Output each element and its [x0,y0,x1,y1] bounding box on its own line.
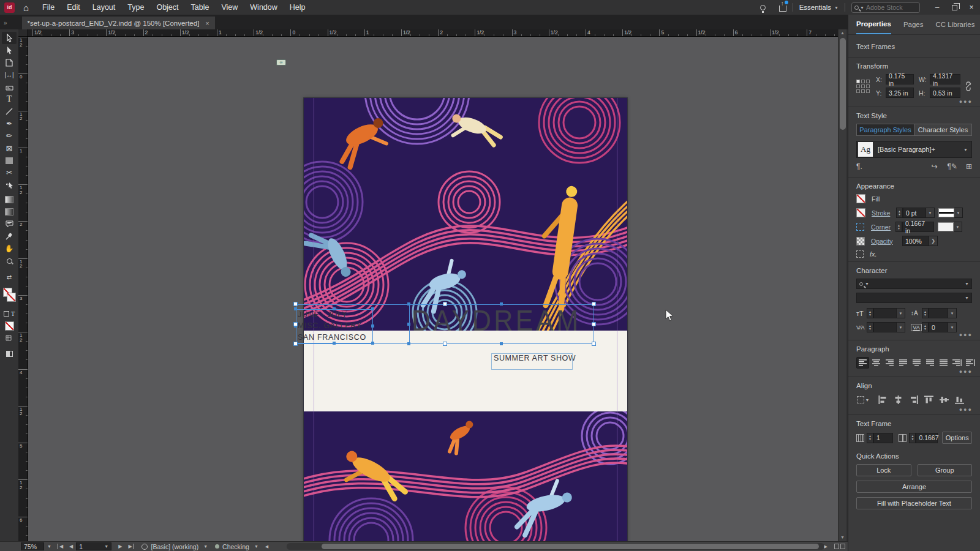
preflight-status[interactable]: Checking [222,543,249,550]
selection-handle[interactable] [371,307,374,310]
scroll-left-icon[interactable]: ◀ [262,544,271,549]
close-tab-icon[interactable]: × [205,20,209,27]
cell-styles-control[interactable] [2,332,17,344]
next-page-button[interactable]: ▶ [115,544,125,549]
align-horizontal-centers-button[interactable] [891,394,905,406]
chevron-down-icon[interactable]: ▼ [954,222,962,232]
menu-window[interactable]: Window [244,0,283,15]
note-tool[interactable] [2,218,17,230]
justify-left-button[interactable] [897,357,910,369]
redefine-style-icon[interactable]: ↪ [931,162,937,171]
chevron-down-icon[interactable]: ▼ [948,322,957,332]
font-style-dropdown[interactable]: ▼ [856,293,972,303]
gutter-input[interactable]: 0.1667 [916,433,938,443]
leading-input[interactable] [929,308,948,318]
align-vertical-centers-button[interactable] [937,394,951,406]
vertical-scrollbar-thumb[interactable] [840,38,846,130]
screen-mode-button[interactable] [2,348,17,360]
previous-page-button[interactable]: ◀ [66,544,76,549]
menu-layout[interactable]: Layout [86,0,122,15]
chevron-down-icon[interactable]: ▼ [203,544,208,549]
lock-button[interactable]: Lock [856,464,911,476]
columns-input[interactable]: 1 [873,433,893,443]
selection-handle[interactable] [407,323,410,326]
more-options-icon[interactable]: ●●● [959,332,973,338]
apply-none-control[interactable] [2,320,17,332]
direct-selection-tool[interactable] [2,44,17,56]
menu-object[interactable]: Object [150,0,184,15]
chevron-down-icon[interactable]: ▼ [897,308,905,318]
corner-link[interactable]: Corner [871,223,895,231]
tracking-input[interactable]: 0 [929,322,948,332]
search-input[interactable] [866,4,909,11]
fill-swatch[interactable] [856,194,865,203]
justify-all-button[interactable] [937,357,950,369]
gradient-swatch-tool[interactable] [2,193,17,206]
opacity-link[interactable]: Opacity [871,238,902,245]
gap-tool[interactable]: |↔| [2,69,17,81]
opacity-expand-icon[interactable]: ❯ [929,236,938,246]
formatting-affects-toggle[interactable]: T [2,307,17,320]
selection-handle[interactable] [500,302,503,305]
selection-handle[interactable] [333,342,336,345]
last-page-button[interactable]: ▶ [125,544,134,549]
more-options-icon[interactable]: ●●● [959,369,973,375]
selection-handle[interactable] [371,324,374,328]
fill-color-control[interactable] [2,284,17,305]
menu-help[interactable]: Help [284,0,312,15]
opacity-input[interactable]: 100% [902,236,929,246]
align-top-edges-button[interactable] [922,394,935,406]
selection-tool[interactable] [2,32,17,44]
columns-stepper[interactable]: ▲▼ [867,433,873,443]
h-input[interactable]: 0.53 in [930,88,960,98]
page-tool[interactable] [2,56,17,69]
indesign-logo-icon[interactable]: Id [4,2,15,13]
selection-handle[interactable] [592,322,596,326]
justify-right-button[interactable] [924,357,937,369]
selection-handle[interactable] [371,342,374,345]
edit-style-icon[interactable]: ¶✎ [947,162,957,171]
share-icon[interactable] [779,6,786,12]
chevron-down-icon[interactable]: ▼ [948,308,957,318]
free-transform-tool[interactable] [2,179,17,191]
corner-size-input[interactable]: 0.1667 in [902,222,934,232]
text-frame-headline[interactable] [409,304,594,344]
tab-pages[interactable]: Pages [903,15,924,34]
scroll-up-icon[interactable]: ▲ [839,29,846,37]
restore-button[interactable] [946,0,963,15]
selection-handle[interactable] [294,307,297,310]
reference-point-grid[interactable] [856,80,870,93]
rectangle-tool[interactable] [2,154,17,167]
preflight-icon[interactable] [141,544,148,550]
chevron-down-icon[interactable]: ▼ [926,208,935,218]
text-frame-options-button[interactable]: Options [942,432,972,444]
chevron-down-icon[interactable]: ▼ [954,208,963,218]
adobe-stock-search[interactable]: ▼ [851,2,920,13]
selection-handle[interactable] [592,302,596,306]
align-toward-spine-button[interactable] [951,357,963,369]
line-tool[interactable] [2,105,17,118]
align-right-edges-button[interactable] [907,394,920,406]
horizontal-scrollbar-thumb[interactable] [322,544,819,549]
menu-view[interactable]: View [215,0,244,15]
align-right-button[interactable] [883,357,896,369]
align-away-from-spine-button[interactable] [964,357,977,369]
align-left-edges-button[interactable] [876,394,889,406]
horizontal-scrollbar[interactable] [287,543,824,550]
tracking-stepper[interactable]: ▲▼ [922,322,929,332]
align-to-dropdown[interactable]: ▼ [856,394,870,406]
stroke-link[interactable]: Stroke [872,209,896,217]
first-page-button[interactable]: ◀ [58,544,66,549]
canvas-pasteboard[interactable] [28,37,838,541]
new-style-icon[interactable]: ⊞ [966,162,972,171]
preflight-profile[interactable]: [Basic] (working) [151,543,199,550]
align-left-button[interactable] [856,357,869,369]
font-size-input[interactable] [873,308,897,318]
font-size-stepper[interactable]: ▲▼ [867,308,873,318]
home-icon[interactable]: ⌂ [23,2,29,13]
gradient-feather-tool[interactable] [2,206,17,218]
font-family-dropdown[interactable]: ▼ ▼ [856,279,972,289]
pen-tool[interactable]: ✒ [2,118,17,130]
tab-properties[interactable]: Properties [856,15,891,34]
arrange-button[interactable]: Arrange [856,481,972,493]
